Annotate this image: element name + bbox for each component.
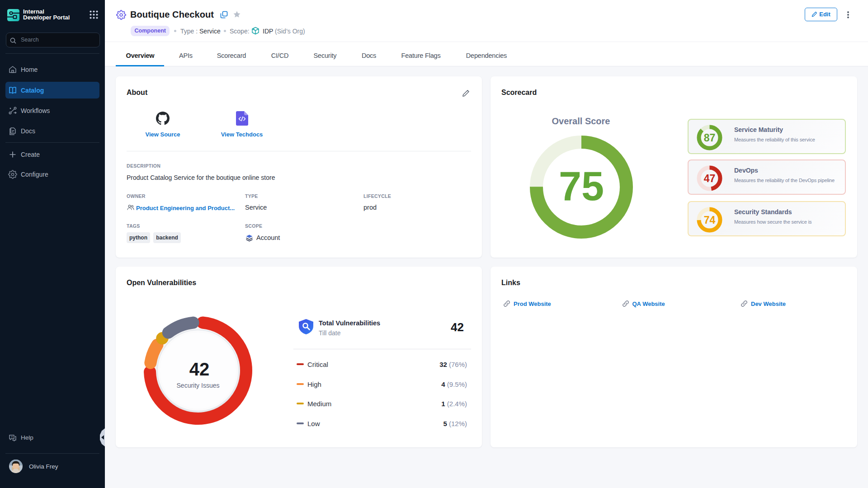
svg-text:74: 74 [704,214,716,226]
svg-text:?: ? [11,436,13,439]
svg-text:87: 87 [704,132,716,144]
svg-text:47: 47 [704,173,716,184]
